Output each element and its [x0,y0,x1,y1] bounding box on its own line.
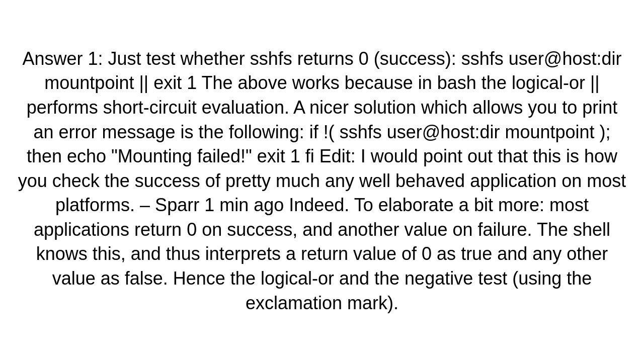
answer-text: Answer 1: Just test whether sshfs return… [15,47,629,316]
main-content: Answer 1: Just test whether sshfs return… [0,0,644,362]
